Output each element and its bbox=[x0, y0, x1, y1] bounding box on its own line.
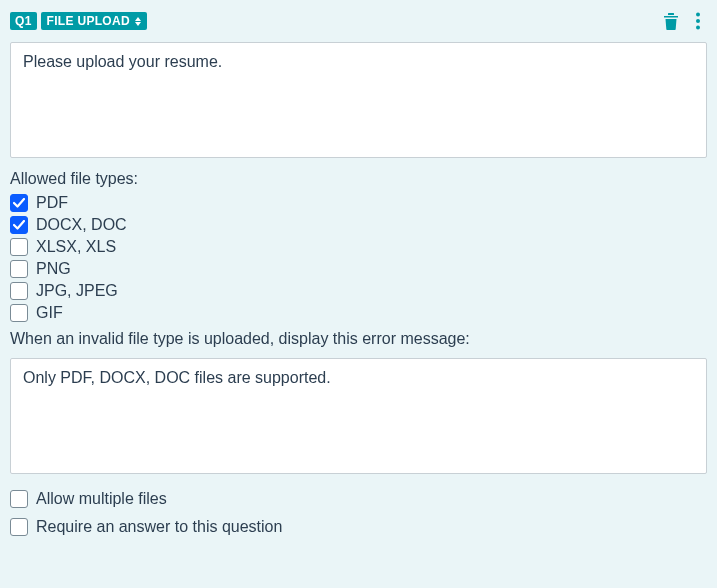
file-type-list: PDFDOCX, DOCXLSX, XLSPNGJPG, JPEGGIF bbox=[10, 194, 707, 322]
question-options: Allow multiple files Require an answer t… bbox=[10, 490, 707, 536]
error-message-label: When an invalid file type is uploaded, d… bbox=[10, 330, 707, 348]
checkbox[interactable] bbox=[10, 304, 28, 322]
file-type-option[interactable]: DOCX, DOC bbox=[10, 216, 707, 234]
file-type-option[interactable]: JPG, JPEG bbox=[10, 282, 707, 300]
checkbox[interactable] bbox=[10, 216, 28, 234]
file-type-option[interactable]: GIF bbox=[10, 304, 707, 322]
question-text-input[interactable] bbox=[10, 42, 707, 158]
allowed-types-label: Allowed file types: bbox=[10, 170, 707, 188]
allow-multiple-option[interactable]: Allow multiple files bbox=[10, 490, 707, 508]
svg-point-0 bbox=[696, 13, 700, 17]
file-type-label: JPG, JPEG bbox=[36, 282, 118, 300]
header-badges: Q1 FILE UPLOAD bbox=[10, 12, 147, 30]
svg-point-2 bbox=[696, 26, 700, 30]
option-label: Allow multiple files bbox=[36, 490, 167, 508]
checkbox[interactable] bbox=[10, 194, 28, 212]
file-type-option[interactable]: PNG bbox=[10, 260, 707, 278]
trash-icon bbox=[663, 12, 679, 30]
error-message-input[interactable] bbox=[10, 358, 707, 474]
require-answer-option[interactable]: Require an answer to this question bbox=[10, 518, 707, 536]
svg-point-1 bbox=[696, 19, 700, 23]
file-type-label: PNG bbox=[36, 260, 71, 278]
checkbox[interactable] bbox=[10, 260, 28, 278]
file-type-label: PDF bbox=[36, 194, 68, 212]
question-type-selector[interactable]: FILE UPLOAD bbox=[41, 12, 147, 30]
question-header: Q1 FILE UPLOAD bbox=[10, 10, 707, 32]
header-actions bbox=[661, 10, 707, 32]
check-icon bbox=[13, 220, 25, 230]
checkbox[interactable] bbox=[10, 490, 28, 508]
file-type-option[interactable]: PDF bbox=[10, 194, 707, 212]
question-type-label: FILE UPLOAD bbox=[47, 14, 130, 28]
option-label: Require an answer to this question bbox=[36, 518, 282, 536]
file-type-label: GIF bbox=[36, 304, 63, 322]
file-type-label: DOCX, DOC bbox=[36, 216, 127, 234]
checkbox[interactable] bbox=[10, 238, 28, 256]
more-options-button[interactable] bbox=[693, 10, 703, 32]
question-number-badge: Q1 bbox=[10, 12, 37, 30]
checkbox[interactable] bbox=[10, 518, 28, 536]
delete-button[interactable] bbox=[661, 10, 681, 32]
file-type-label: XLSX, XLS bbox=[36, 238, 116, 256]
check-icon bbox=[13, 198, 25, 208]
checkbox[interactable] bbox=[10, 282, 28, 300]
file-type-option[interactable]: XLSX, XLS bbox=[10, 238, 707, 256]
question-editor: Q1 FILE UPLOAD bbox=[0, 0, 717, 556]
kebab-icon bbox=[695, 12, 701, 30]
sort-icon bbox=[135, 17, 141, 26]
